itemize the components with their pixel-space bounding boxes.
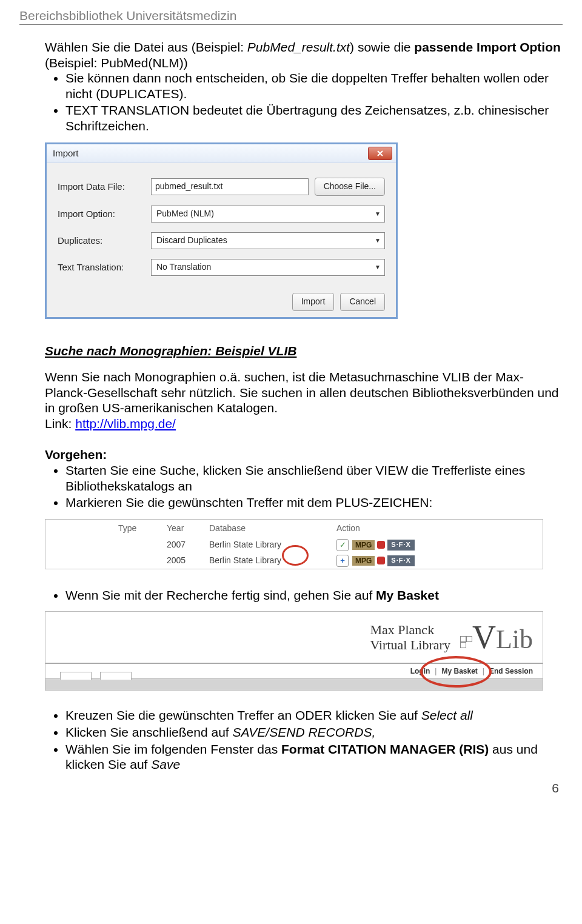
dots-icon [460,636,472,648]
vlib-name-line1: Max Planck [370,622,450,637]
italic-select-all: Select all [421,708,473,722]
close-button[interactable] [368,147,392,160]
vorgehen-bullet-1: Starten Sie eine Suche, klicken Sie ansc… [65,463,563,494]
col-header-database: Database [209,523,336,534]
dropdown-value: Discard Duplicates [156,235,227,246]
bold-citation-manager: Format CITATION MANAGER (RIS) [281,742,489,756]
chevron-down-icon: ▼ [375,264,381,271]
mpg-badge[interactable]: MPG [352,556,375,566]
import-option-dropdown[interactable]: PubMed (NLM) ▼ [151,206,385,223]
cancel-button[interactable]: Cancel [340,293,385,311]
dropdown-value: PubMed (NLM) [156,209,214,219]
close-icon [377,150,383,156]
cell-year: 2007 [118,540,209,550]
filename: PubMed_result.txt [247,40,350,54]
sfx-badge[interactable]: S·F·X [387,540,415,550]
text: Wenn Sie mit der Recherche fertig sind, … [65,588,376,602]
vlib-header-screenshot: Max Planck Virtual Library VLib Login | … [45,611,543,691]
bullet-my-basket: Wenn Sie mit der Recherche fertig sind, … [65,588,563,603]
plus-icon[interactable]: + [336,555,349,567]
chevron-down-icon: ▼ [375,237,381,244]
col-header-type: Type [118,523,167,534]
intro-bullet-1: Sie können dann noch entscheiden, ob Sie… [65,70,563,101]
label-import-option: Import Option: [58,209,151,219]
text: Kreuzen Sie die gewünschten Treffer an O… [65,708,421,722]
red-dot-icon[interactable] [377,557,385,564]
label-text-translation: Text Translation: [58,262,151,273]
dialog-title: Import [53,148,79,159]
italic-save: Save [151,757,180,771]
end-session-link[interactable]: End Session [489,667,533,676]
final-bullet-2: Klicken Sie anschließend auf SAVE/SEND R… [65,725,563,740]
vlib-link[interactable]: http://vlib.mpg.de/ [75,417,176,430]
import-data-file-input[interactable]: pubmed_result.txt [151,178,309,195]
cell-year: 2005 [118,555,209,566]
link-label: Link: [45,417,75,430]
import-button[interactable]: Import [292,293,335,311]
table-row: 2007 Berlin State Library ✓ MPG S·F·X [45,537,543,553]
cell-db: Berlin State Library [209,540,336,550]
page-number: 6 [19,781,563,795]
choose-file-button[interactable]: Choose File... [315,178,385,196]
sfx-badge[interactable]: S·F·X [387,555,415,566]
dropdown-value: No Translation [156,262,211,272]
mpg-badge[interactable]: MPG [352,540,375,551]
dialog-titlebar: Import [47,144,396,163]
cell-db: Berlin State Library [209,555,336,566]
label-import-data-file: Import Data File: [58,181,151,192]
check-icon[interactable]: ✓ [336,539,349,551]
bold-my-basket: My Basket [376,588,439,602]
final-bullet-3: Wählen Sie im folgenden Fenster das Form… [65,742,563,772]
table-row: 2005 Berlin State Library + MPG S·F·X [45,553,543,569]
vorgehen-heading: Vorgehen: [45,447,563,463]
chevron-down-icon: ▼ [375,210,381,218]
import-dialog: Import Import Data File: pubmed_result.t… [45,142,398,319]
text: Wählen Sie im folgenden Fenster das [65,742,281,756]
intro-bullet-2: TEXT TRANSLATION bedeutet die Übertragun… [65,102,563,133]
vlib-logo: VLib [460,618,533,658]
red-dot-icon[interactable] [377,541,385,549]
duplicates-dropdown[interactable]: Discard Duplicates ▼ [151,232,385,249]
label-duplicates: Duplicates: [58,235,151,246]
text: Klicken Sie anschließend auf [65,725,233,739]
col-header-year: Year [167,523,209,534]
text: ) sowie die [350,40,414,54]
final-bullet-1: Kreuzen Sie die gewünschten Treffer an O… [65,708,563,723]
text: (Beispiel: PubMed(NLM)) [45,56,188,70]
results-table: Type Year Database Action 2007 Berlin St… [45,519,543,569]
intro-paragraph-1: Wählen Sie die Datei aus (Beispiel: PubM… [45,39,563,70]
vlib-name-line2: Virtual Library [370,637,450,652]
section2-paragraph: Wenn Sie nach Monographien o.ä. suchen, … [45,369,563,416]
col-header-action: Action [336,523,433,534]
bold-phrase: passende Import Option [414,40,561,54]
section-heading-vlib: Suche nach Monographien: Beispiel VLIB [45,343,563,359]
vorgehen-bullet-2: Markieren Sie die gewünschten Treffer mi… [65,495,563,511]
italic-save-send: SAVE/SEND RECORDS, [233,725,376,739]
text-translation-dropdown[interactable]: No Translation ▼ [151,259,385,276]
text: Wählen Sie die Datei aus (Beispiel: [45,40,247,54]
page-header: Bereichsbibliothek Universitätsmedizin [19,8,563,25]
